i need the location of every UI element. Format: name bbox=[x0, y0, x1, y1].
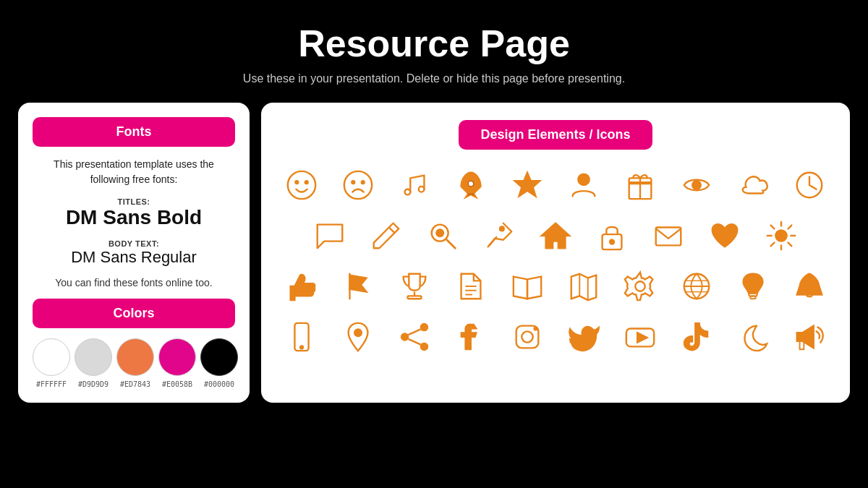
icon-row-2 bbox=[276, 213, 835, 258]
svg-line-30 bbox=[771, 243, 775, 247]
svg-point-7 bbox=[419, 187, 425, 192]
body-label: BODY TEXT: bbox=[33, 239, 235, 248]
pin-icon bbox=[477, 213, 522, 258]
moon-icon bbox=[731, 314, 775, 359]
svg-point-20 bbox=[610, 240, 614, 244]
colors-section: Colors #FFFFFF #D9D9D9 #ED7843 #E0058B bbox=[33, 299, 235, 388]
icon-row-1 bbox=[276, 163, 835, 207]
svg-point-8 bbox=[468, 181, 474, 187]
facebook-icon bbox=[448, 314, 493, 359]
pencil-icon bbox=[364, 213, 409, 258]
share-icon bbox=[392, 314, 437, 359]
left-panel: Fonts This presentation template uses th… bbox=[18, 103, 250, 403]
house-icon bbox=[533, 213, 578, 258]
svg-point-6 bbox=[405, 189, 411, 195]
color-swatches: #FFFFFF #D9D9D9 #ED7843 #E0058B #000000 bbox=[33, 338, 235, 388]
titles-font-name: DM Sans Bold bbox=[33, 206, 235, 229]
swatch-white bbox=[33, 338, 70, 376]
body-font-block: BODY TEXT: DM Sans Regular bbox=[33, 239, 235, 267]
svg-line-50 bbox=[408, 329, 420, 335]
swatch-orange bbox=[116, 338, 154, 376]
svg-point-37 bbox=[635, 281, 644, 291]
page-subtitle: Use these in your presentation. Delete o… bbox=[243, 72, 625, 85]
swatch-pink bbox=[158, 338, 196, 376]
svg-line-29 bbox=[788, 226, 792, 229]
tiktok-icon bbox=[674, 314, 719, 359]
color-item-orange: #ED7843 bbox=[116, 338, 154, 388]
svg-line-28 bbox=[788, 243, 792, 247]
body-font-name: DM Sans Regular bbox=[33, 248, 235, 267]
svg-line-51 bbox=[408, 339, 420, 345]
magnifier-icon bbox=[420, 213, 465, 258]
right-panel: Design Elements / Icons bbox=[261, 103, 850, 403]
lightbulb-icon bbox=[731, 264, 775, 309]
gift-icon bbox=[618, 163, 663, 207]
svg-point-49 bbox=[421, 343, 428, 351]
svg-point-47 bbox=[421, 324, 428, 331]
fonts-description: This presentation template uses the foll… bbox=[33, 157, 235, 187]
svg-point-3 bbox=[344, 171, 372, 199]
icon-row-4 bbox=[276, 314, 835, 359]
svg-point-10 bbox=[578, 174, 589, 185]
svg-marker-9 bbox=[515, 173, 540, 197]
svg-rect-31 bbox=[407, 296, 421, 299]
fonts-badge: Fonts bbox=[33, 117, 235, 147]
twitter-icon bbox=[561, 314, 606, 359]
sun-icon bbox=[759, 213, 804, 258]
swatch-label-gray: #D9D9D9 bbox=[78, 380, 109, 388]
svg-line-27 bbox=[771, 226, 775, 229]
svg-rect-43 bbox=[750, 296, 756, 299]
smiley-icon bbox=[279, 163, 324, 207]
svg-point-45 bbox=[300, 346, 303, 348]
cloud-icon bbox=[731, 163, 775, 207]
svg-point-16 bbox=[436, 229, 443, 236]
mobile-icon bbox=[279, 314, 324, 359]
thumbsup-icon bbox=[279, 264, 324, 309]
clock-icon bbox=[787, 163, 832, 207]
map-icon bbox=[561, 264, 606, 309]
titles-font-block: TITLES: DM Sans Bold bbox=[33, 197, 235, 229]
user-icon bbox=[561, 163, 606, 207]
svg-point-1 bbox=[295, 181, 298, 184]
youtube-icon bbox=[618, 314, 663, 359]
svg-point-53 bbox=[522, 331, 532, 342]
svg-point-17 bbox=[500, 227, 504, 231]
globe-icon bbox=[674, 264, 719, 309]
svg-marker-56 bbox=[637, 333, 647, 342]
swatch-black bbox=[200, 338, 238, 376]
color-item-white: #FFFFFF bbox=[33, 338, 70, 388]
book-icon bbox=[505, 264, 550, 309]
music-icon bbox=[392, 163, 437, 207]
swatch-label-pink: #E0058B bbox=[162, 380, 192, 388]
svg-marker-18 bbox=[542, 223, 569, 249]
svg-point-22 bbox=[775, 230, 786, 241]
chat-icon bbox=[307, 213, 352, 258]
titles-label: TITLES: bbox=[33, 197, 235, 206]
envelope-icon bbox=[646, 213, 691, 258]
main-content: Fonts This presentation template uses th… bbox=[18, 103, 850, 403]
color-item-gray: #D9D9D9 bbox=[75, 338, 112, 388]
eye-icon bbox=[674, 163, 719, 207]
icons-badge: Design Elements / Icons bbox=[459, 120, 652, 150]
svg-point-54 bbox=[535, 328, 537, 330]
location-icon bbox=[336, 314, 380, 359]
fonts-find-text: You can find these fonts online too. bbox=[33, 277, 235, 288]
rocket-icon bbox=[448, 163, 493, 207]
trophy-icon bbox=[392, 264, 437, 309]
svg-point-46 bbox=[354, 329, 362, 336]
svg-point-2 bbox=[305, 181, 308, 184]
svg-point-4 bbox=[352, 181, 354, 184]
svg-point-0 bbox=[288, 171, 315, 199]
lock-icon bbox=[590, 213, 634, 258]
page-title: Resource Page bbox=[298, 22, 570, 65]
icon-row-3 bbox=[276, 264, 835, 309]
flag-icon bbox=[336, 264, 380, 309]
document-icon bbox=[448, 264, 493, 309]
svg-point-48 bbox=[401, 333, 409, 341]
svg-rect-21 bbox=[656, 228, 681, 246]
svg-point-13 bbox=[692, 181, 701, 189]
bell-icon bbox=[787, 264, 832, 309]
icons-grid bbox=[276, 163, 835, 359]
color-item-black: #000000 bbox=[200, 338, 238, 388]
swatch-label-orange: #ED7843 bbox=[120, 380, 150, 388]
